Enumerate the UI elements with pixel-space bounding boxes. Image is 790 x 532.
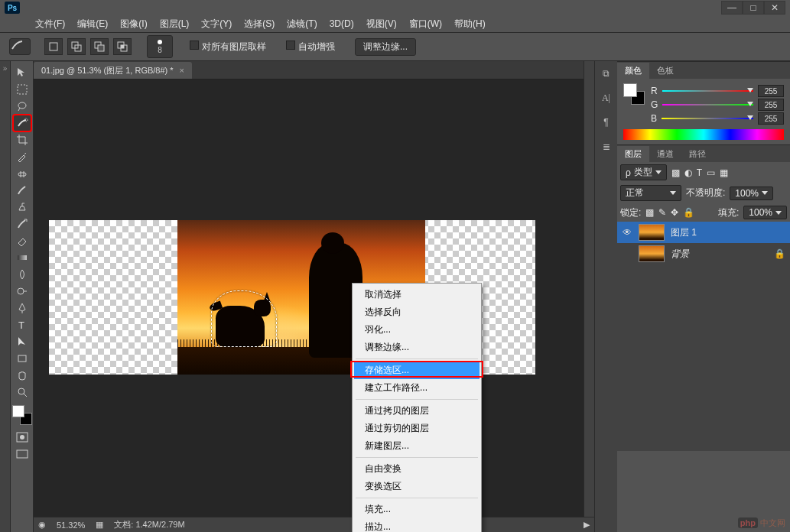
fill-value[interactable]: 100%: [743, 206, 787, 219]
tab-swatches[interactable]: 色板: [649, 63, 681, 79]
crop-tool[interactable]: [14, 132, 31, 148]
tab-layers[interactable]: 图层: [617, 146, 649, 162]
filter-smart-icon[interactable]: ▦: [720, 167, 728, 178]
canvas-viewport[interactable]: [34, 79, 584, 532]
layer-name[interactable]: 图层 1: [671, 226, 697, 239]
lock-position-icon[interactable]: ✥: [671, 207, 678, 218]
sample-all-layers-checkbox[interactable]: 对所有图层取样: [190, 41, 266, 54]
ctx-stroke[interactable]: 描边...: [354, 518, 480, 532]
ctx-new-layer[interactable]: 新建图层...: [354, 437, 480, 455]
layer-filter-kind[interactable]: ρ 类型: [620, 164, 667, 180]
quick-selection-tool[interactable]: [14, 115, 31, 131]
lock-all-icon[interactable]: 🔒: [683, 207, 694, 218]
foreground-background-colors[interactable]: [12, 405, 32, 425]
properties-panel-icon[interactable]: ≣: [599, 139, 614, 154]
r-value[interactable]: 255: [758, 85, 784, 97]
menu-help[interactable]: 帮助(H): [448, 16, 492, 32]
ctx-refine-edge[interactable]: 调整边缘...: [354, 339, 480, 356]
move-tool[interactable]: [14, 65, 31, 80]
gradient-tool[interactable]: [14, 250, 31, 265]
ctx-fill[interactable]: 填充...: [354, 501, 480, 518]
ctx-feather[interactable]: 羽化...: [354, 321, 480, 339]
history-panel-icon[interactable]: ⧉: [599, 66, 614, 81]
selection-intersect-button[interactable]: [113, 38, 132, 55]
selection-add-button[interactable]: [67, 38, 86, 55]
b-slider[interactable]: [662, 115, 753, 122]
selection-subtract-button[interactable]: [90, 38, 109, 55]
blend-mode-dropdown[interactable]: 正常: [620, 185, 681, 201]
r-slider[interactable]: [662, 87, 753, 95]
tab-channels[interactable]: 通道: [649, 146, 681, 162]
selection-new-button[interactable]: [44, 38, 63, 55]
opacity-value[interactable]: 100%: [730, 187, 773, 200]
document-tab[interactable]: 01.jpg @ 51.3% (图层 1, RGB/8#) * ×: [34, 62, 192, 79]
menu-layer[interactable]: 图层(L): [154, 16, 196, 32]
eyedropper-tool[interactable]: [14, 149, 31, 164]
menu-3d[interactable]: 3D(D): [323, 17, 360, 31]
eraser-tool[interactable]: [14, 233, 31, 248]
status-chevron-icon[interactable]: ▶: [584, 520, 590, 530]
status-eye-icon[interactable]: ◉: [38, 520, 46, 530]
ctx-make-work-path[interactable]: 建立工作路径...: [354, 379, 480, 397]
filter-type-icon[interactable]: T: [697, 167, 702, 178]
visibility-toggle-icon[interactable]: 👁: [622, 227, 632, 238]
ctx-select-inverse[interactable]: 选择反向: [354, 303, 480, 321]
window-close-button[interactable]: ✕: [764, 1, 785, 15]
layer-thumbnail[interactable]: [639, 224, 665, 241]
zoom-tool[interactable]: [14, 384, 31, 400]
tab-color[interactable]: 颜色: [617, 63, 649, 79]
paragraph-panel-icon[interactable]: ¶: [599, 115, 614, 130]
type-tool[interactable]: T: [14, 317, 31, 332]
menu-window[interactable]: 窗口(W): [403, 16, 448, 32]
status-view-icon[interactable]: ▦: [96, 520, 103, 530]
menu-view[interactable]: 视图(V): [360, 16, 403, 32]
healing-brush-tool[interactable]: [14, 166, 31, 181]
lasso-tool[interactable]: [14, 99, 31, 114]
filter-adjust-icon[interactable]: ◐: [684, 167, 692, 178]
left-collapse-strip[interactable]: »: [0, 61, 11, 532]
layer-thumbnail[interactable]: [639, 245, 665, 262]
menu-type[interactable]: 文字(Y): [195, 16, 238, 32]
doc-size[interactable]: 文档: 1.42M/2.79M: [114, 519, 184, 530]
refine-edge-button[interactable]: 调整边缘...: [355, 38, 416, 56]
zoom-level[interactable]: 51.32%: [57, 521, 85, 530]
layer-item-background[interactable]: 背景 🔒: [617, 243, 790, 264]
ctx-transform-selection[interactable]: 变换选区: [354, 478, 480, 495]
layer-name[interactable]: 背景: [671, 248, 689, 261]
window-minimize-button[interactable]: —: [721, 1, 743, 15]
menu-select[interactable]: 选择(S): [238, 16, 281, 32]
rectangle-tool[interactable]: [14, 351, 31, 366]
ctx-deselect[interactable]: 取消选择: [354, 286, 480, 303]
quick-mask-toggle[interactable]: [14, 430, 31, 445]
lock-pixels-icon[interactable]: ✎: [658, 207, 666, 218]
screen-mode-button[interactable]: [14, 448, 31, 460]
menu-image[interactable]: 图像(I): [114, 16, 153, 32]
menu-edit[interactable]: 编辑(E): [71, 16, 114, 32]
clone-stamp-tool[interactable]: [14, 200, 31, 215]
history-brush-tool[interactable]: [14, 216, 31, 232]
lock-transparency-icon[interactable]: ▩: [645, 207, 654, 218]
color-ramp[interactable]: [623, 129, 784, 140]
tool-preset-picker[interactable]: [9, 38, 31, 55]
panel-fgbg-swatch[interactable]: [623, 83, 645, 105]
filter-shape-icon[interactable]: ▭: [707, 167, 715, 178]
pen-tool[interactable]: [14, 300, 31, 316]
window-maximize-button[interactable]: □: [743, 1, 764, 15]
filter-pixel-icon[interactable]: ▩: [671, 167, 680, 178]
marquee-tool[interactable]: [14, 82, 31, 97]
ctx-layer-via-copy[interactable]: 通过拷贝的图层: [354, 402, 480, 420]
character-panel-icon[interactable]: A|: [599, 90, 614, 105]
layer-item-layer1[interactable]: 👁 图层 1: [617, 222, 790, 243]
document-tab-close-button[interactable]: ×: [180, 66, 184, 75]
ctx-save-selection[interactable]: 存储选区...: [354, 362, 480, 379]
right-collapse-strip[interactable]: [584, 61, 594, 532]
ctx-layer-via-cut[interactable]: 通过剪切的图层: [354, 420, 480, 437]
ctx-free-transform[interactable]: 自由变换: [354, 460, 480, 478]
g-slider[interactable]: [662, 101, 753, 109]
menu-filter[interactable]: 滤镜(T): [281, 16, 323, 32]
blur-tool[interactable]: [14, 267, 31, 282]
dodge-tool[interactable]: [14, 284, 31, 299]
tab-paths[interactable]: 路径: [681, 146, 714, 162]
brush-tool[interactable]: [14, 183, 31, 198]
auto-enhance-checkbox[interactable]: 自动增强: [286, 41, 335, 54]
